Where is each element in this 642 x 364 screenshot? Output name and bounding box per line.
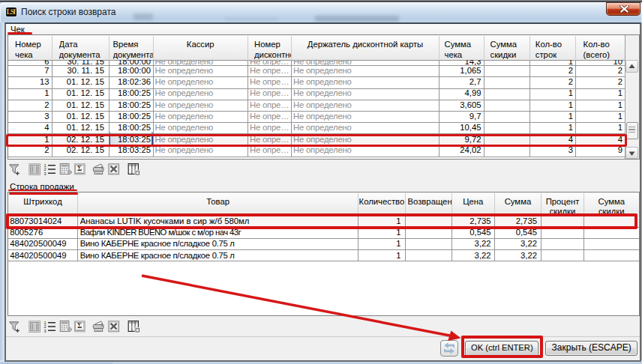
svg-text:3: 3 — [44, 171, 46, 175]
svg-text:Σ: Σ — [77, 323, 82, 330]
svg-text:Σ: Σ — [77, 165, 82, 172]
svg-text:3: 3 — [44, 329, 46, 333]
